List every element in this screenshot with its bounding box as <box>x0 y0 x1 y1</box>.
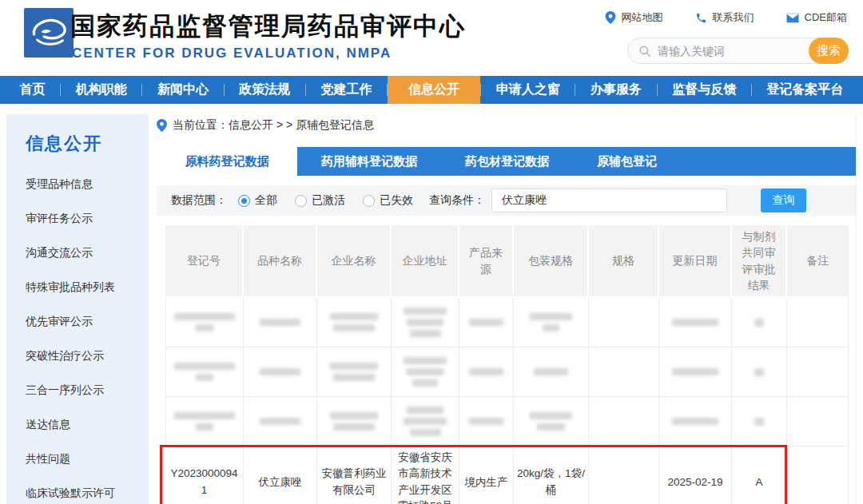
col-header-company-address: 企业地址 <box>392 225 459 298</box>
nav-item-registration-platform[interactable]: 登记备案平台 <box>752 76 858 104</box>
redacted-text <box>260 418 300 425</box>
redacted-text <box>410 429 441 436</box>
redacted-text <box>196 374 214 381</box>
cell-packaging-spec: 20kg/袋，1袋/桶 <box>514 446 589 504</box>
nav-item-services[interactable]: 办事服务 <box>575 76 656 104</box>
nav-item-info-disclosure[interactable]: 信息公开 <box>388 76 480 104</box>
nav-item-news[interactable]: 新闻中心 <box>142 76 223 104</box>
redacted-text <box>754 368 764 376</box>
redacted-text <box>672 368 719 375</box>
nav-item-functions[interactable]: 机构职能 <box>61 76 141 104</box>
redacted-text <box>333 374 375 381</box>
redacted-cell <box>392 347 459 397</box>
content-area: 信息公开 受理品种信息 审评任务公示 沟通交流公示 特殊审批品种列表 优先审评公… <box>0 104 863 504</box>
nav-item-policy[interactable]: 政策法规 <box>225 76 305 104</box>
redacted-cell <box>514 347 589 397</box>
redacted-text <box>333 324 375 331</box>
redacted-cell <box>459 347 514 397</box>
contact-link-label: 联系我们 <box>713 10 754 25</box>
sidebar-item-priority-review[interactable]: 优先审评公示 <box>26 304 149 339</box>
tab-api-registration[interactable]: 原料药登记数据 <box>157 147 297 176</box>
sitemap-link[interactable]: 网站地图 <box>605 10 663 25</box>
redacted-text <box>543 324 560 331</box>
radio-expired-label: 已失效 <box>380 193 413 208</box>
sidebar-item-review-tasks[interactable]: 审评任务公示 <box>26 201 149 236</box>
tab-raw-aux-pack[interactable]: 原辅包登记 <box>573 147 681 176</box>
table-row-redacted <box>165 298 849 347</box>
table-row-redacted <box>165 397 849 446</box>
redacted-text <box>333 423 375 431</box>
redacted-cell <box>659 397 732 446</box>
redacted-text <box>672 418 719 425</box>
filter-bar: 数据范围： 全部 已激活 已失效 查询条件： 查询 <box>157 185 856 216</box>
radio-activated[interactable]: 已激活 <box>295 193 345 208</box>
nav-item-party[interactable]: 党建工作 <box>306 76 387 104</box>
sidebar-item-delivery-info[interactable]: 送达信息 <box>26 407 149 442</box>
radio-dot-icon <box>363 195 375 207</box>
table-row-voriconazole: Y20230000941 伏立康唑 安徽普利药业有限公司 安徽省安庆市高新技术产… <box>165 446 849 504</box>
redacted-text <box>407 407 444 414</box>
redacted-cell <box>589 298 659 347</box>
cell-remarks <box>787 446 849 504</box>
redacted-cell <box>732 397 787 446</box>
redacted-cell <box>317 397 392 446</box>
redacted-cell <box>459 298 514 347</box>
radio-dot-icon <box>238 195 250 207</box>
nav-item-applicant[interactable]: 申请人之窗 <box>481 76 575 104</box>
query-input[interactable] <box>491 189 727 212</box>
phone-icon <box>695 12 707 24</box>
sidebar-item-accepted-varieties[interactable]: 受理品种信息 <box>26 167 149 201</box>
redacted-text <box>407 319 444 326</box>
sidebar-item-breakthrough-therapy[interactable]: 突破性治疗公示 <box>26 339 149 373</box>
search-input[interactable] <box>651 45 809 58</box>
sidebar-item-clinical-trial-license[interactable]: 临床试验默示许可 <box>26 476 149 504</box>
redacted-cell <box>659 347 732 397</box>
header-quick-links: 网站地图 联系我们 CDE邮箱 <box>605 10 847 25</box>
cell-registration-no: Y20230000941 <box>165 446 244 504</box>
col-header-company-name: 企业名称 <box>317 225 392 298</box>
radio-expired[interactable]: 已失效 <box>363 193 413 208</box>
map-pin-icon <box>605 11 616 24</box>
scope-label: 数据范围： <box>171 193 227 208</box>
tab-excipient-registration[interactable]: 药用辅料登记数据 <box>297 147 441 176</box>
sitemap-link-label: 网站地图 <box>622 10 663 25</box>
search-button[interactable]: 搜索 <box>809 38 849 64</box>
tab-packaging-registration[interactable]: 药包材登记数据 <box>441 147 573 176</box>
radio-all[interactable]: 全部 <box>238 193 277 208</box>
cde-mail-link[interactable]: CDE邮箱 <box>786 10 847 25</box>
col-header-packaging-spec: 包装规格 <box>514 225 589 298</box>
contact-link[interactable]: 联系我们 <box>695 10 754 25</box>
sidebar-item-common-issues[interactable]: 共性问题 <box>26 442 149 476</box>
sidebar-item-communication[interactable]: 沟通交流公示 <box>26 236 149 270</box>
redacted-text <box>410 330 441 337</box>
query-button[interactable]: 查询 <box>761 189 806 212</box>
col-header-registration-no: 登记号 <box>165 225 244 298</box>
col-header-joint-review-result: 与制剂共同审评审批结果 <box>732 225 787 298</box>
nav-item-supervision[interactable]: 监督与反馈 <box>658 76 751 104</box>
redacted-text <box>404 357 447 364</box>
redacted-cell <box>244 397 317 446</box>
redacted-text <box>530 313 571 320</box>
redacted-text <box>196 423 214 431</box>
sidebar-item-special-approval[interactable]: 特殊审批品种列表 <box>26 270 149 304</box>
sidebar-title: 信息公开 <box>26 132 149 156</box>
cell-spec <box>589 446 659 504</box>
nav-item-home[interactable]: 首页 <box>5 76 60 104</box>
redacted-text <box>407 368 444 375</box>
breadcrumb: 当前位置：信息公开 > > 原辅包登记信息 <box>157 114 856 137</box>
radio-activated-label: 已激活 <box>312 193 345 208</box>
col-header-remarks: 备注 <box>787 225 849 298</box>
sidebar: 信息公开 受理品种信息 审评任务公示 沟通交流公示 特殊审批品种列表 优先审评公… <box>6 114 149 504</box>
search-icon <box>638 45 651 58</box>
redacted-text <box>260 319 300 326</box>
table-header-row: 登记号 品种名称 企业名称 企业地址 产品来源 包装规格 规格 更新日期 与制剂… <box>165 225 849 298</box>
cell-company-name: 安徽普利药业有限公司 <box>317 446 392 504</box>
redacted-cell <box>244 347 317 397</box>
redacted-cell <box>589 347 659 397</box>
location-pin-icon <box>157 119 167 132</box>
sidebar-item-three-in-one[interactable]: 三合一序列公示 <box>26 373 149 407</box>
redacted-cell <box>659 298 732 347</box>
redacted-text <box>469 319 503 326</box>
registration-table: 登记号 品种名称 企业名称 企业地址 产品来源 包装规格 规格 更新日期 与制剂… <box>165 225 849 504</box>
col-header-product-source: 产品来源 <box>459 225 514 298</box>
